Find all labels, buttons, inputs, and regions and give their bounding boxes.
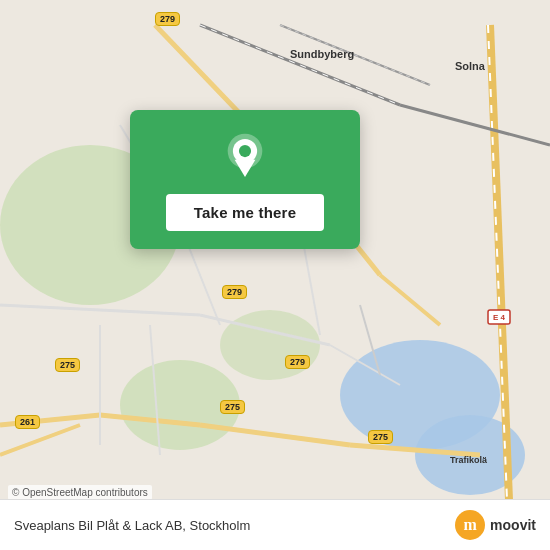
svg-line-22 bbox=[0, 305, 200, 315]
svg-text:E 4: E 4 bbox=[493, 313, 506, 322]
location-pin-icon bbox=[219, 132, 271, 184]
svg-line-9 bbox=[380, 275, 440, 325]
business-name-label: Sveaplans Bil Plåt & Lack AB, Stockholm bbox=[14, 518, 250, 533]
moovit-logo: m moovit bbox=[455, 510, 536, 540]
bottom-bar: Sveaplans Bil Plåt & Lack AB, Stockholm … bbox=[0, 499, 550, 550]
road-badge-275-right: 275 bbox=[368, 430, 393, 444]
road-badge-279-bot: 279 bbox=[285, 355, 310, 369]
map-roads: E 4 bbox=[0, 0, 550, 550]
svg-line-21 bbox=[280, 25, 430, 85]
map-attribution: © OpenStreetMap contributors bbox=[8, 485, 152, 500]
svg-line-19 bbox=[400, 105, 550, 145]
road-badge-275-mid: 275 bbox=[220, 400, 245, 414]
moovit-icon: m bbox=[455, 510, 485, 540]
location-card: Take me there bbox=[130, 110, 360, 249]
svg-line-14 bbox=[0, 425, 80, 455]
map-container: E 4 279 279 279 275 275 275 261 Sundbybe… bbox=[0, 0, 550, 550]
moovit-label: moovit bbox=[490, 517, 536, 533]
svg-marker-36 bbox=[235, 160, 256, 177]
road-badge-261: 261 bbox=[15, 415, 40, 429]
road-badge-279-mid: 279 bbox=[222, 285, 247, 299]
svg-point-4 bbox=[220, 310, 320, 380]
take-me-there-button[interactable]: Take me there bbox=[166, 194, 324, 231]
road-badge-275-left: 275 bbox=[55, 358, 80, 372]
road-badge-279-top: 279 bbox=[155, 12, 180, 26]
svg-point-35 bbox=[239, 145, 251, 157]
